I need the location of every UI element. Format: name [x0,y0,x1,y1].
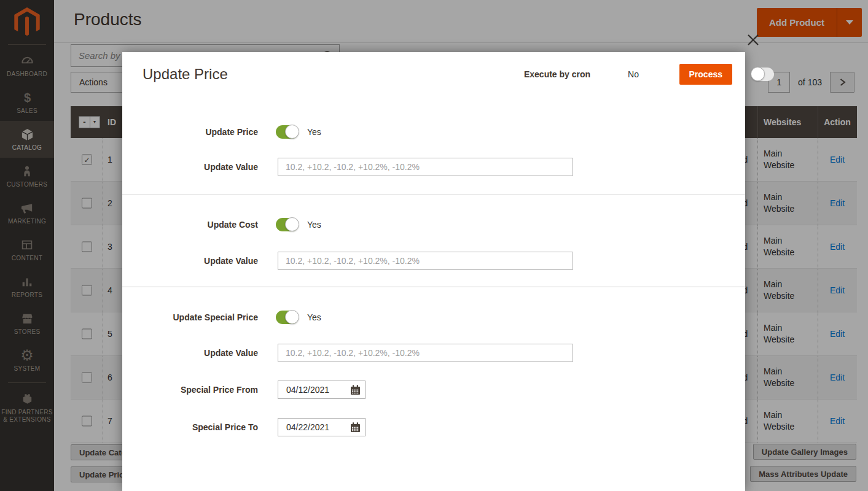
toggle-switch[interactable] [276,125,299,139]
update-value-input[interactable] [278,158,573,176]
execute-by-cron-label: Execute by cron [524,69,590,79]
toggle-knob [285,217,299,231]
toggle-state-label: Yes [307,311,321,324]
value-field: Update Value [122,158,745,176]
field-label: Update Cost [122,218,258,231]
update-value-input[interactable] [278,344,573,362]
field-label: Special Price To [122,418,258,436]
execute-by-cron-toggle[interactable] [751,68,774,81]
execute-by-cron-state: No [628,69,639,79]
field-label: Update Special Price [122,311,258,324]
toggle-state-label: Yes [307,218,321,231]
field-label: Update Value [122,158,258,176]
screen: DASHBOARD$SALESCATALOGCUSTOMERSMARKETING… [0,0,868,491]
execute-by-cron-field: Execute by cron No [524,68,639,81]
calendar-icon[interactable] [348,420,362,434]
field-label: Update Value [122,252,258,270]
value-field: Update Value [122,344,745,362]
calendar-icon[interactable] [348,383,362,396]
date-input[interactable] [278,382,337,398]
toggle-knob [285,310,299,324]
field-label: Update Price [122,125,258,139]
date-input[interactable] [278,419,337,435]
toggle-field: Update Special PriceYes [122,311,745,324]
process-button[interactable]: Process [679,64,732,85]
toggle-knob [751,67,765,81]
toggle-field: Update CostYes [122,218,745,231]
modal-title: Update Price [143,66,228,83]
update-price-modal: Update Price Execute by cron No Process … [122,52,745,491]
date-field: Special Price To [122,418,745,436]
section-divider [122,195,745,195]
toggle-switch[interactable] [276,311,299,324]
date-input-box [278,381,366,399]
value-field: Update Value [122,252,745,270]
close-icon[interactable] [744,31,762,50]
date-input-box [278,418,366,436]
section-divider [122,287,745,287]
date-field: Special Price From [122,381,745,399]
toggle-field: Update PriceYes [122,125,745,139]
toggle-switch[interactable] [276,218,299,231]
field-label: Update Value [122,344,258,362]
update-value-input[interactable] [278,252,573,270]
toggle-knob [285,125,299,139]
toggle-state-label: Yes [307,125,321,139]
field-label: Special Price From [122,381,258,399]
